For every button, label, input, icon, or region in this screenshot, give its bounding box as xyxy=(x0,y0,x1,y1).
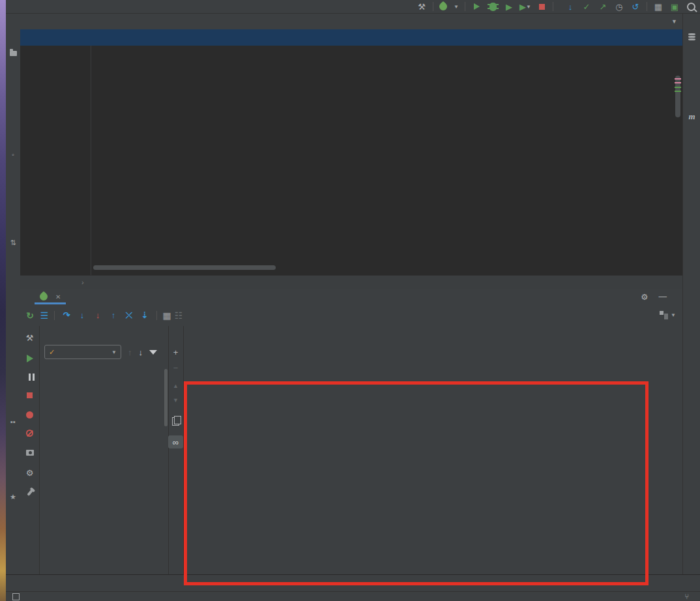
chevron-down-icon: ▼ xyxy=(454,4,459,10)
run-to-cursor-icon[interactable]: ⇣ xyxy=(137,310,153,320)
git-push-icon[interactable]: ↗ xyxy=(598,1,608,12)
profiler-button[interactable]: ▶▼ xyxy=(520,1,531,12)
chevron-down-icon: ▼ xyxy=(111,349,117,355)
variables-list xyxy=(183,343,682,574)
step-out-icon[interactable]: ↑ xyxy=(106,310,121,320)
divider xyxy=(465,2,465,11)
error-stripe-mark xyxy=(675,87,681,88)
sidebar-item-commit[interactable]: ◦ xyxy=(6,147,20,158)
add-watch-icon[interactable]: + xyxy=(168,345,183,359)
tool-window-bar xyxy=(6,574,700,592)
right-tool-stripe: m xyxy=(682,14,700,574)
thread-dump-camera-icon[interactable] xyxy=(20,446,39,459)
editor-tab-strip: ▼ xyxy=(20,14,682,30)
check-icon: ✓ xyxy=(49,348,55,357)
frames-list xyxy=(39,366,168,574)
desktop-wallpaper-strip xyxy=(0,0,6,601)
hidden-tabs-chevron-icon[interactable]: ▼ xyxy=(671,14,682,29)
sidebar-item-pull-requests[interactable]: ⇅ xyxy=(6,235,20,246)
sidebar-item-favorites[interactable]: ★ xyxy=(6,490,20,501)
evaluate-infinity-icon[interactable]: ∞ xyxy=(168,435,183,448)
main-toolbar: ⚒ ▼ ▶ ▶▼ ↓ ✓ ↗ ◷ ↺ ▦ ▣ xyxy=(6,0,700,14)
spring-boot-icon xyxy=(438,1,449,12)
pause-button[interactable] xyxy=(20,370,39,383)
layout-settings-icon[interactable]: ☷ xyxy=(173,310,184,321)
remove-watch-icon[interactable]: − xyxy=(168,361,183,374)
git-commit-check-icon[interactable]: ✓ xyxy=(581,1,592,12)
build-hammer-icon[interactable]: ⚒ xyxy=(416,1,427,12)
debug-panels: ⚒ ⚙ ✓ ▼ ↑ ↓ xyxy=(20,326,682,574)
evaluate-expression-icon[interactable]: ▦ xyxy=(161,310,173,321)
sidebar-item-maven[interactable]: m xyxy=(683,111,700,125)
divider xyxy=(54,311,55,320)
search-everywhere-icon[interactable] xyxy=(686,1,696,12)
error-stripe-mark xyxy=(675,91,681,92)
frame-down-icon[interactable]: ↓ xyxy=(139,347,143,357)
wrench-icon[interactable]: ⚒ xyxy=(20,331,39,344)
move-down-icon[interactable]: ▼ xyxy=(168,394,183,407)
error-stripe-mark xyxy=(675,78,681,80)
move-up-icon[interactable]: ▲ xyxy=(168,379,183,392)
rollback-icon[interactable]: ↺ xyxy=(630,1,641,12)
frame-up-icon[interactable]: ↑ xyxy=(128,347,132,357)
filter-funnel-icon[interactable] xyxy=(149,350,157,355)
coverage-button[interactable]: ▶ xyxy=(504,1,514,12)
pin-icon[interactable] xyxy=(20,486,39,499)
sidebar-item-database[interactable] xyxy=(683,33,700,45)
commit-icon: ◦ xyxy=(9,151,17,158)
breadcrumb-separator: › xyxy=(81,278,84,286)
debug-button[interactable] xyxy=(488,1,498,12)
git-update-icon[interactable]: ↓ xyxy=(565,1,576,12)
close-icon[interactable]: ✕ xyxy=(55,293,61,300)
status-icon xyxy=(12,593,20,600)
horizontal-scrollbar[interactable] xyxy=(93,265,276,270)
debug-session-tab[interactable]: ✕ xyxy=(35,289,66,304)
thread-selector-dropdown[interactable]: ✓ ▼ xyxy=(44,345,121,359)
stop-button[interactable] xyxy=(536,1,547,12)
divider xyxy=(433,2,433,11)
run-button[interactable] xyxy=(471,1,482,12)
variables-header xyxy=(183,326,682,340)
services-icon[interactable]: ▣ xyxy=(669,1,680,12)
debug-toolbar: ↻ ☰ ↷ ↓ ↓ ↑ ⤬ ⇣ ▦ ☷ ▼ xyxy=(20,304,682,327)
debug-toolwindow-header: ✕ ⚙ — xyxy=(20,289,682,304)
variables-side-toolbar: + − ▲ ▼ ∞ xyxy=(168,326,184,574)
branch-icon: ⑂ xyxy=(684,593,689,600)
duplicate-icon[interactable] xyxy=(168,415,183,428)
spring-boot-icon xyxy=(38,291,50,302)
settings-gear-icon[interactable]: ⚙ xyxy=(20,466,39,479)
step-over-icon[interactable]: ↷ xyxy=(59,310,74,320)
git-branch-widget[interactable]: ⑂ xyxy=(684,593,691,600)
history-clock-icon[interactable]: ◷ xyxy=(614,1,624,12)
frames-scrollbar[interactable] xyxy=(164,369,168,426)
frames-panel: ✓ ▼ ↑ ↓ xyxy=(39,326,169,574)
toolbar-actions: ⚒ ▼ ▶ ▶▼ ↓ ✓ ↗ ◷ ↺ ▦ ▣ xyxy=(416,1,696,12)
divider xyxy=(156,311,157,320)
restore-layout-icon[interactable] xyxy=(660,311,668,319)
run-configuration-selector[interactable]: ▼ xyxy=(439,3,459,10)
step-into-icon[interactable]: ↓ xyxy=(74,310,90,320)
mute-breakpoints-icon[interactable] xyxy=(20,426,39,439)
view-breakpoints-icon[interactable] xyxy=(20,408,39,421)
resume-button[interactable] xyxy=(20,352,39,365)
star-icon: ★ xyxy=(9,493,17,501)
rerun-icon[interactable]: ↻ xyxy=(24,310,36,321)
sidebar-item-structure[interactable]: ▪▪ xyxy=(6,415,20,426)
sidebar-item-project[interactable] xyxy=(6,48,20,56)
minimize-icon[interactable]: — xyxy=(659,292,667,301)
drop-frame-icon[interactable]: ⤬ xyxy=(121,310,137,321)
gutter-separator xyxy=(91,46,91,275)
status-bar: ⑂ xyxy=(6,591,700,601)
settings-gear-icon[interactable]: ⚙ xyxy=(641,292,648,302)
editor-breadcrumb-bar: › xyxy=(20,275,682,289)
force-step-into-icon[interactable]: ↓ xyxy=(90,310,106,320)
decompiler-banner xyxy=(20,29,682,46)
folder-icon xyxy=(10,51,17,56)
error-stripe-mark xyxy=(675,82,681,83)
code-editor[interactable] xyxy=(20,46,682,275)
divider xyxy=(553,2,553,11)
layout-menu-icon[interactable]: ☰ xyxy=(38,310,50,321)
database-icon xyxy=(688,33,695,35)
diagram-icon[interactable]: ▦ xyxy=(653,1,664,12)
stop-button[interactable] xyxy=(20,388,39,402)
